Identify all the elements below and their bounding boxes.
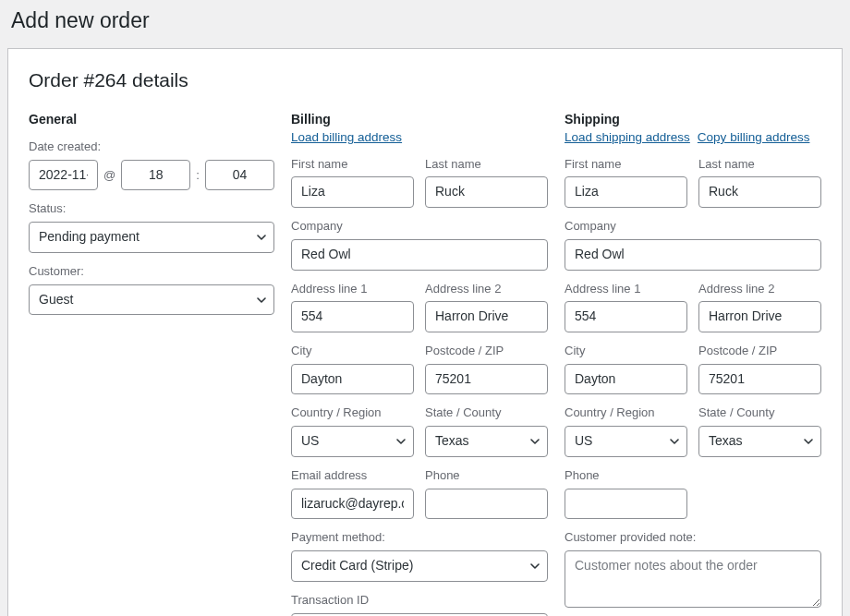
- page-title: Add new order: [0, 0, 850, 37]
- shipping-addr2-label: Address line 2: [698, 282, 821, 297]
- customer-label: Customer:: [29, 264, 274, 280]
- shipping-phone-label: Phone: [565, 468, 687, 484]
- colon-symbol: :: [196, 168, 200, 182]
- billing-last-name-input[interactable]: [425, 176, 548, 208]
- billing-postcode-input[interactable]: [425, 364, 548, 395]
- shipping-country-label: Country / Region: [565, 405, 687, 421]
- general-heading: General: [29, 112, 274, 127]
- customer-select[interactable]: Guest: [29, 284, 274, 316]
- billing-email-label: Email address: [291, 468, 414, 484]
- order-columns: General Date created: @ : Status: Pendin…: [29, 112, 821, 616]
- transaction-id-label: Transaction ID: [291, 593, 548, 609]
- hour-input[interactable]: [121, 160, 190, 191]
- shipping-state-select[interactable]: Texas: [698, 426, 821, 457]
- customer-value: Guest: [29, 284, 274, 316]
- shipping-addr1-input[interactable]: [565, 301, 687, 332]
- shipping-city-label: City: [565, 344, 687, 359]
- billing-country-value: US: [291, 426, 414, 457]
- billing-city-label: City: [291, 344, 414, 359]
- date-created-group: Date created: @ :: [29, 139, 274, 190]
- billing-company-label: Company: [291, 219, 548, 235]
- shipping-country-value: US: [565, 426, 687, 457]
- billing-city-input[interactable]: [291, 364, 414, 395]
- load-billing-link[interactable]: Load billing address: [291, 130, 402, 144]
- shipping-postcode-input[interactable]: [698, 364, 821, 395]
- customer-note-textarea[interactable]: [565, 550, 821, 608]
- shipping-country-select[interactable]: US: [565, 426, 687, 457]
- billing-heading: Billing: [291, 112, 548, 127]
- shipping-city-input[interactable]: [565, 364, 687, 395]
- status-group: Status: Pending payment: [29, 201, 274, 252]
- billing-first-name-label: First name: [291, 157, 414, 173]
- status-select[interactable]: Pending payment: [29, 222, 274, 253]
- billing-links: Load billing address: [291, 129, 548, 146]
- billing-addr1-label: Address line 1: [291, 282, 414, 297]
- billing-phone-input[interactable]: [425, 489, 548, 520]
- shipping-heading: Shipping: [565, 112, 821, 127]
- billing-company-input[interactable]: [291, 239, 548, 271]
- billing-state-label: State / County: [425, 405, 548, 421]
- shipping-links: Load shipping addressCopy billing addres…: [565, 129, 821, 146]
- shipping-postcode-label: Postcode / ZIP: [698, 344, 821, 359]
- copy-billing-link[interactable]: Copy billing address: [698, 130, 810, 144]
- billing-last-name-label: Last name: [425, 157, 548, 173]
- status-label: Status:: [29, 201, 274, 217]
- billing-country-select[interactable]: US: [291, 426, 414, 457]
- shipping-state-label: State / County: [698, 405, 821, 421]
- shipping-first-name-input[interactable]: [565, 176, 687, 208]
- billing-addr2-label: Address line 2: [425, 282, 548, 297]
- load-shipping-link[interactable]: Load shipping address: [565, 130, 690, 144]
- customer-note-label: Customer provided note:: [565, 530, 821, 546]
- shipping-last-name-label: Last name: [698, 157, 821, 173]
- payment-method-select[interactable]: Credit Card (Stripe): [291, 550, 548, 582]
- billing-addr2-input[interactable]: [425, 301, 548, 332]
- shipping-addr2-input[interactable]: [698, 301, 821, 332]
- minute-input[interactable]: [205, 160, 274, 191]
- billing-country-label: Country / Region: [291, 405, 414, 421]
- payment-method-label: Payment method:: [291, 530, 548, 546]
- general-column: General Date created: @ : Status: Pendin…: [29, 112, 274, 616]
- billing-addr1-input[interactable]: [291, 301, 414, 332]
- shipping-phone-input[interactable]: [565, 489, 687, 520]
- shipping-first-name-label: First name: [565, 157, 687, 173]
- order-details-panel: Order #264 details General Date created:…: [7, 48, 843, 616]
- shipping-state-value: Texas: [698, 426, 821, 457]
- shipping-column: Shipping Load shipping addressCopy billi…: [565, 112, 821, 616]
- status-value: Pending payment: [29, 222, 274, 253]
- payment-method-value: Credit Card (Stripe): [291, 550, 548, 582]
- date-created-row: @ :: [29, 160, 274, 191]
- billing-state-value: Texas: [425, 426, 548, 457]
- order-title: Order #264 details: [29, 69, 821, 91]
- billing-state-select[interactable]: Texas: [425, 426, 548, 457]
- shipping-company-label: Company: [565, 219, 821, 235]
- customer-group: Customer: Guest: [29, 264, 274, 315]
- billing-email-input[interactable]: [291, 489, 414, 520]
- date-input[interactable]: [29, 160, 98, 191]
- at-symbol: @: [103, 168, 115, 182]
- billing-first-name-input[interactable]: [291, 176, 414, 208]
- billing-postcode-label: Postcode / ZIP: [425, 344, 548, 359]
- shipping-last-name-input[interactable]: [698, 176, 821, 208]
- shipping-company-input[interactable]: [565, 239, 821, 271]
- date-created-label: Date created:: [29, 139, 274, 155]
- shipping-addr1-label: Address line 1: [565, 282, 687, 297]
- billing-phone-label: Phone: [425, 468, 548, 484]
- billing-column: Billing Load billing address First name …: [291, 112, 548, 616]
